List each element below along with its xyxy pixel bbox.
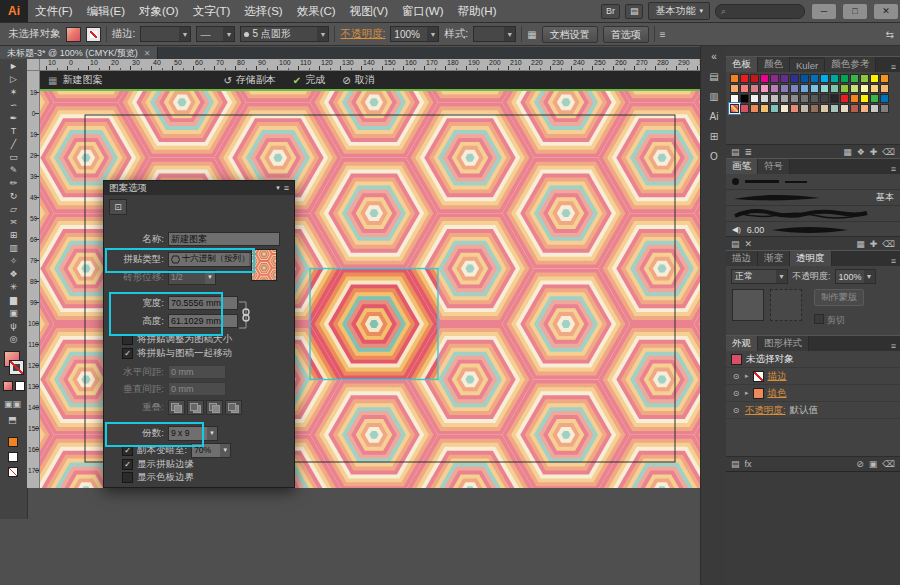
color-swatch[interactable] (840, 84, 849, 93)
preferences-button[interactable]: 首选项 (603, 26, 649, 43)
expand-icon[interactable]: ▸ (745, 389, 749, 397)
color-swatch[interactable] (880, 74, 889, 83)
swatch-panel-icon[interactable]: ▥ (701, 86, 727, 106)
minimize-button[interactable]: ─ (812, 4, 836, 19)
color-swatch[interactable] (820, 84, 829, 93)
swatches-tab[interactable]: 色板 (726, 57, 758, 72)
remove-brush-stroke-icon[interactable]: ✕ (745, 239, 753, 249)
screen-mode-button[interactable]: ⬒ (8, 415, 17, 425)
eye-icon[interactable]: ⊙ (731, 389, 741, 398)
stroke-color-swatch[interactable] (86, 27, 101, 42)
color-swatch[interactable] (810, 94, 819, 103)
color-swatch[interactable] (760, 84, 769, 93)
height-input[interactable] (168, 314, 238, 328)
lasso-tool[interactable]: ∽ (0, 98, 27, 111)
menu-item[interactable]: 效果(C) (290, 0, 343, 22)
hand-tool[interactable]: ψ (0, 319, 27, 332)
stroke-link[interactable]: 描边 (768, 370, 787, 383)
search-input[interactable]: ⌕ (715, 4, 805, 19)
brush-item-charcoal[interactable] (726, 206, 900, 222)
brush-item-round-dots[interactable] (726, 174, 900, 190)
document-tab[interactable]: 未标题-3* @ 100% (CMYK/预览) ✕ (0, 47, 158, 59)
color-swatch[interactable] (780, 74, 789, 83)
mesh-tool[interactable]: ⊞ (0, 228, 27, 241)
show-swatch-bounds-checkbox[interactable] (122, 472, 133, 483)
transparency-tab[interactable]: 渐变 (758, 251, 790, 266)
color-swatch[interactable] (740, 84, 749, 93)
appearance-tab[interactable]: 图形样式 (758, 336, 809, 351)
opacity-dropdown[interactable]: 100% ▼ (835, 269, 876, 284)
appearance-opacity-row[interactable]: ⊙ 不透明度: 默认值 (726, 402, 900, 419)
color-swatch[interactable] (810, 104, 819, 113)
color-swatch[interactable] (790, 104, 799, 113)
color-swatch[interactable] (750, 84, 759, 93)
color-swatch[interactable] (850, 84, 859, 93)
color-swatch[interactable] (880, 94, 889, 103)
duplicate-item-icon[interactable]: ▣ (869, 459, 878, 469)
color-swatch[interactable] (880, 104, 889, 113)
bridge-icon[interactable]: Br (601, 4, 620, 19)
fill-link[interactable]: 填色 (768, 387, 787, 400)
color-swatch[interactable] (860, 74, 869, 83)
swatch-options-icon[interactable]: ▦ (843, 147, 852, 157)
color-swatch[interactable] (800, 74, 809, 83)
swatches-tab[interactable]: 颜色 (758, 57, 790, 72)
blend-mode-dropdown[interactable]: 正常 ▼ (731, 269, 788, 284)
color-swatch[interactable] (860, 94, 869, 103)
pattern-tile-tool-button[interactable]: ⊡ (109, 199, 127, 215)
color-swatch[interactable] (820, 104, 829, 113)
color-swatch[interactable] (800, 84, 809, 93)
column-graph-tool[interactable]: ▆ (0, 293, 27, 306)
color-swatch[interactable] (750, 94, 759, 103)
toolbar-stroke-swatch[interactable] (9, 360, 24, 375)
color-panel-icon[interactable]: ▤ (701, 66, 727, 86)
color-swatch[interactable] (780, 94, 789, 103)
color-swatch[interactable] (830, 74, 839, 83)
tile-type-dropdown[interactable]: 十六进制（按列） ▼ (168, 252, 260, 267)
new-color-group-icon[interactable]: ❖ (857, 147, 865, 157)
color-swatch[interactable] (840, 104, 849, 113)
pattern-swatch[interactable] (730, 104, 739, 113)
delete-swatch-icon[interactable]: ⌫ (882, 147, 895, 157)
dock-mini-swatch[interactable] (8, 437, 18, 447)
paintbrush-tool[interactable]: ✎ (0, 163, 27, 176)
brushes-tab[interactable]: 画笔 (726, 159, 758, 174)
opacity-dropdown[interactable]: 100%▼ (390, 26, 439, 42)
gradient-tool[interactable]: ▥ (0, 241, 27, 254)
brush-libraries-icon[interactable]: ▤ (731, 239, 740, 249)
color-swatch[interactable] (760, 104, 769, 113)
menu-item[interactable]: 窗口(W) (395, 0, 451, 22)
panel-menu-icon[interactable]: ≡ (284, 183, 289, 193)
transparency-menu-icon[interactable]: ≡ (887, 256, 900, 266)
appearance-stroke-row[interactable]: ⊙ ▸ 描边 (726, 368, 900, 385)
gradient-mode-button[interactable] (15, 381, 25, 391)
color-swatch[interactable] (830, 84, 839, 93)
color-swatch[interactable] (730, 94, 739, 103)
swatches-tab[interactable]: 颜色参考 (825, 57, 876, 72)
color-swatch[interactable] (740, 94, 749, 103)
type-tool[interactable]: T (0, 124, 27, 137)
eye-icon[interactable]: ⊙ (731, 406, 741, 415)
collapse-panel-icon[interactable]: ▾ (276, 184, 280, 192)
stroke-weight-dropdown[interactable]: ▼ (140, 26, 191, 42)
swatches-tab[interactable]: Kuler (790, 59, 825, 72)
color-swatch[interactable] (750, 74, 759, 83)
pattern-options-titlebar[interactable]: 图案选项 ▾ ≡ (104, 181, 294, 195)
o-panel-icon[interactable]: O (701, 146, 727, 166)
color-swatch[interactable] (760, 94, 769, 103)
menu-item[interactable]: 文字(T) (186, 0, 238, 22)
brushes-menu-icon[interactable]: ≡ (887, 164, 900, 174)
appearance-fill-row[interactable]: ⊙ ▸ 填色 (726, 385, 900, 402)
symbol-sprayer-tool[interactable]: ✳ (0, 280, 27, 293)
new-stroke-icon[interactable]: ▤ (731, 459, 740, 469)
vertical-ruler[interactable]: 1001020304050607080901001101201301401501… (27, 71, 40, 488)
swatches-menu-icon[interactable]: ≡ (887, 62, 900, 72)
done-button[interactable]: ✔ 完成 (287, 73, 331, 87)
color-swatch[interactable] (860, 104, 869, 113)
direct-selection-tool[interactable]: ▷ (0, 72, 27, 85)
rectangle-tool[interactable]: ▭ (0, 150, 27, 163)
color-swatch[interactable] (850, 74, 859, 83)
color-swatch[interactable] (800, 104, 809, 113)
close-button[interactable]: ✕ (874, 4, 898, 19)
color-swatch[interactable] (800, 94, 809, 103)
